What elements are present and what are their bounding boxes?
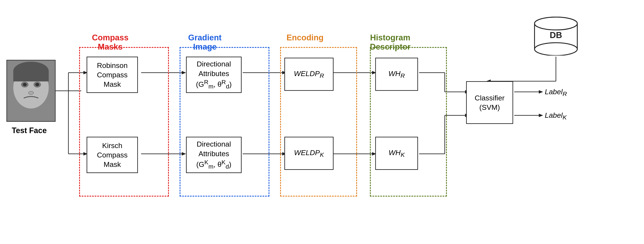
svg-point-46 [534,43,577,55]
label-output-k: LabelK [545,111,566,121]
svg-text:DB: DB [550,30,562,40]
box-robinson-mask: Robinson Compass Mask [86,57,138,93]
db-cylinder-svg: DB [530,13,582,55]
label-output-r: LabelR [545,88,567,97]
svg-point-41 [28,91,33,95]
box-weldp-k: WELDPK [284,137,334,170]
svg-point-39 [23,83,27,86]
label-encoding: Encoding [286,33,324,42]
label-compass-masks: Compass Masks [92,33,128,51]
label-gradient-image: Gradient Image [188,33,222,51]
box-wh-k: WHK [375,137,418,170]
box-directional-r: Directional Attributes (GRm, θRd) [186,57,242,93]
box-classifier: Classifier (SVM) [466,81,513,124]
svg-point-40 [35,83,39,86]
label-histogram: Histogram Descriptor [370,33,410,51]
test-face-label: Test Face [12,126,46,135]
db-container: DB [530,13,582,55]
svg-marker-34 [539,114,543,117]
svg-marker-32 [539,90,543,94]
diagram: Test Face Compass Masks Gradient Image E… [0,0,644,244]
svg-rect-43 [13,71,49,81]
box-directional-k: Directional Attributes (GKm, θKd) [186,137,242,173]
face-image [6,60,56,122]
box-wh-r: WHR [375,58,418,91]
svg-marker-21 [464,92,466,96]
box-kirsch-mask: Kirsch Compass Mask [86,137,138,173]
box-weldp-r: WELDPR [284,58,334,91]
